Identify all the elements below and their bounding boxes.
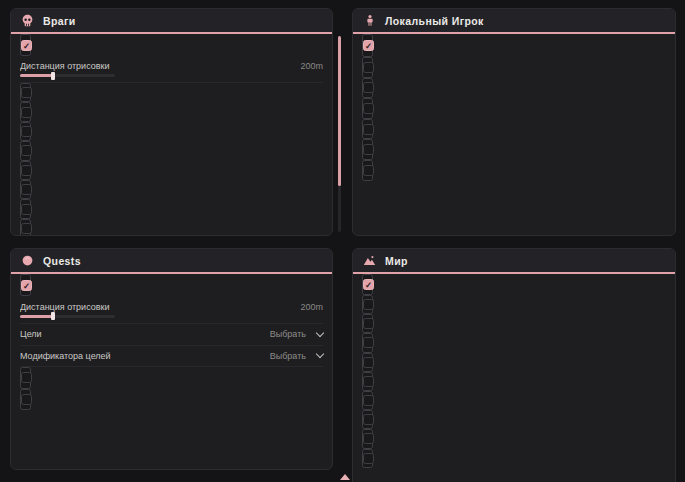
chevron-down-icon [316,350,324,358]
checkbox[interactable] [21,126,32,137]
checkbox-row: Звук попадания [362,160,373,181]
chevron-down-icon [316,329,324,337]
checkbox-row: Показывать предметы заданий [20,389,31,411]
dropdown-row: Модификатора целейВыбрать [20,346,323,368]
checkbox[interactable] [363,165,374,176]
slider-value: 200m [300,302,323,312]
panel-quests-header: Quests [11,249,332,274]
dropdown-value: Выбрать [270,351,306,361]
checkbox-row: Показывать стационарное оружие [362,391,373,410]
checkbox-row: Смена атмосферы солнца [362,314,373,333]
checkbox-row: Показывать мины [362,410,373,429]
panel-title: Quests [43,255,81,267]
checkbox-row: Источник света [362,295,373,314]
checkbox-row: Показать точки выхода [362,449,373,468]
checkbox[interactable]: ✓ [363,40,374,51]
checkbox-row: Показывать выходы [362,372,373,391]
checkbox-row: Чамс [20,122,31,141]
checkbox-row: Показывать маркер попадания [362,78,373,99]
checkbox[interactable] [363,414,374,425]
dropdown[interactable]: Выбрать [270,329,323,339]
checkbox-row: Чамс [362,57,373,78]
checkbox[interactable] [21,223,32,234]
checkbox[interactable] [363,144,374,155]
panel-enemies: Враги Включить✓Дистанция отрисовки200mСт… [10,8,333,236]
slider-fill [20,74,53,77]
checkbox[interactable] [363,103,374,114]
slider-thumb[interactable] [51,312,55,320]
checkbox[interactable] [363,299,374,310]
checkbox-row: Изменение восхода [362,333,373,352]
checkbox[interactable] [363,357,374,368]
dropdown-value: Выбрать [270,329,306,339]
checkbox-row: Показать зоны заданий [20,367,31,389]
checkbox-row: Включить✓ [20,274,31,296]
checkbox[interactable]: ✓ [363,279,374,290]
checkbox-row: Включить✓ [20,34,31,56]
slider-fill [20,315,53,318]
panel-world-header: Мир [353,249,675,274]
setting-label: Модификатора целей [20,351,111,361]
checkbox-row: Скелет [20,180,31,199]
checkbox-row: Включить✓ [362,274,373,295]
panel-quests: Quests Включить✓Дистанция отрисовки200mЦ… [10,248,333,470]
checkbox-row: Полоска боезапаса [20,161,31,180]
checkbox-row: Показывать информацию об оружии [362,119,373,140]
checkbox[interactable] [21,184,32,195]
checkbox-row: Стрелки за пределами поля зрения [20,83,31,102]
checkbox[interactable] [21,165,32,176]
checkbox[interactable] [363,433,374,444]
checkbox[interactable] [21,145,32,156]
dropdown[interactable]: Выбрать [270,351,323,361]
panel-world: Мир Включить✓Источник светаСмена атмосфе… [352,248,676,482]
setting-label: Дистанция отрисовки [20,61,110,71]
checkbox-row: Показать зоны снайперов [362,429,373,448]
checkbox[interactable] [21,372,32,383]
slider[interactable] [20,315,115,318]
setting-label: Дистанция отрисовки [20,302,110,312]
setting-label: Цели [20,329,42,339]
scroll-up-icon[interactable] [340,474,350,480]
quest-icon [21,254,34,267]
checkbox[interactable] [21,204,32,215]
checkbox-row: Проверка видимости [20,102,31,121]
checkbox[interactable] [363,376,374,387]
checkbox[interactable]: ✓ [21,280,32,291]
checkbox-row: Показывать следы пуль [362,98,373,119]
checkbox-row: Линия обзора [20,199,31,218]
skull-icon [21,14,34,27]
checkbox-row: Включить✓ [362,34,373,57]
checkbox[interactable] [21,107,32,118]
checkbox[interactable]: ✓ [21,40,32,51]
slider-row: Дистанция отрисовки200m [20,296,323,324]
checkbox[interactable] [21,394,32,405]
slider[interactable] [20,74,115,77]
checkbox-row: Показывать следы пуль [20,219,31,236]
enemies-scrollbar-thumb[interactable] [338,36,341,186]
panel-title: Локальный Игрок [385,15,484,27]
panel-local-player: Локальный Игрок Включить✓ЧамсПоказывать … [352,8,676,236]
panel-local-player-header: Локальный Игрок [353,9,675,34]
panel-title: Враги [43,15,76,27]
checkbox[interactable] [21,87,32,98]
checkbox[interactable] [363,124,374,135]
checkbox[interactable] [363,62,374,73]
panel-title: Мир [385,255,408,267]
slider-label-line: Дистанция отрисовки200m [20,61,323,71]
checkbox-row: Полоска здоровья [20,141,31,160]
slider-value: 200m [300,61,323,71]
slider-row: Дистанция отрисовки200m [20,56,323,83]
checkbox[interactable] [363,82,374,93]
checkbox[interactable] [363,318,374,329]
person-icon [363,14,376,27]
checkbox[interactable] [363,453,374,464]
dropdown-row: ЦелиВыбрать [20,324,323,346]
checkbox[interactable] [363,337,374,348]
checkbox-row: Контроллер погоды [362,353,373,372]
slider-thumb[interactable] [51,72,55,80]
checkbox-row: Показывать прицел [362,139,373,160]
slider-label-line: Дистанция отрисовки200m [20,302,323,312]
panel-enemies-header: Враги [11,9,332,34]
mountain-icon [363,254,376,267]
checkbox[interactable] [363,395,374,406]
